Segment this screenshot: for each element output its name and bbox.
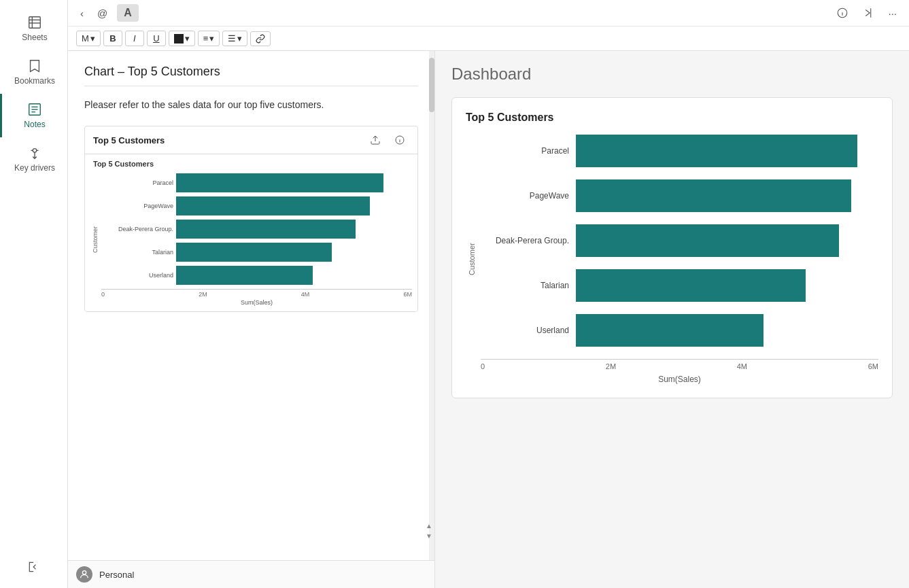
mini-bar-label: Userland	[101, 272, 176, 279]
collapse-button[interactable]	[27, 560, 41, 577]
mini-bar-label: Talarian	[101, 249, 176, 256]
mini-bar-label: PageWave	[101, 203, 176, 209]
embedded-chart-title: Top 5 Customers	[93, 135, 165, 145]
scrollbar-thumb	[429, 58, 434, 112]
dash-bar-label: Talarian	[481, 281, 576, 290]
dash-bar-track	[576, 314, 878, 347]
sidebar-item-notes[interactable]: Notes	[0, 94, 67, 137]
italic-button[interactable]: I	[125, 31, 144, 46]
dash-bar-track	[576, 269, 878, 302]
dash-bar-label: Userland	[481, 326, 576, 335]
dashboard-chart-title: Top 5 Customers	[466, 111, 878, 124]
mini-bar-row: PageWave	[101, 196, 412, 215]
mini-bar-fill	[176, 266, 313, 285]
sidebar: Sheets Bookmarks Notes Key drivers	[0, 0, 68, 588]
chart-info-button[interactable]	[390, 132, 409, 148]
color-button[interactable]: ▾	[169, 31, 195, 46]
mini-bar-track	[176, 173, 412, 192]
mini-bar-row: Talarian	[101, 243, 412, 262]
svg-point-8	[33, 149, 37, 153]
svg-point-19	[82, 571, 86, 574]
mini-bar-label: Paracel	[101, 179, 176, 186]
chart-card-actions	[366, 132, 409, 148]
next-button[interactable]	[858, 4, 878, 22]
list-button[interactable]: ☰ ▾	[222, 31, 247, 46]
dash-bar-track	[576, 179, 878, 212]
dash-bar-row: Paracel	[481, 135, 878, 167]
mini-xaxis: 0 2M 4M 6M Sum(Sales)	[101, 289, 412, 306]
dash-bar-fill	[576, 179, 851, 212]
chart-export-button[interactable]	[366, 132, 385, 148]
sidebar-item-label: Bookmarks	[14, 76, 55, 86]
mini-bar-row: Paracel	[101, 173, 412, 192]
mention-button[interactable]: @	[93, 5, 112, 22]
dash-bar-label: Deak-Perera Group.	[481, 236, 576, 245]
scroll-down-arrow[interactable]: ▼	[426, 532, 432, 540]
mini-bar-fill	[176, 173, 383, 192]
notes-area: Chart – Top 5 Customers Pleaser refer to…	[68, 51, 909, 588]
dash-bar-label: Paracel	[481, 146, 576, 156]
underline-button[interactable]: U	[147, 31, 166, 46]
sidebar-bottom	[0, 560, 67, 588]
user-name: Personal	[99, 570, 134, 580]
svg-rect-0	[29, 17, 41, 29]
mini-bar-track	[176, 196, 412, 215]
note-footer: Personal	[68, 560, 434, 588]
dash-bar-row: PageWave	[481, 179, 878, 212]
note-title: Chart – Top 5 Customers	[84, 65, 418, 86]
dashboard-chart-main: ParacelPageWaveDeak-Perera Group.Talaria…	[481, 135, 878, 384]
sidebar-item-bookmarks[interactable]: Bookmarks	[0, 50, 67, 94]
dash-bar-label: PageWave	[481, 191, 576, 201]
mini-bar-track	[176, 220, 412, 239]
note-content[interactable]: Chart – Top 5 Customers Pleaser refer to…	[68, 51, 434, 560]
dash-bar-row: Userland	[481, 314, 878, 347]
mini-bar-fill	[176, 196, 370, 215]
mini-bar-label: Deak-Perera Group.	[101, 226, 176, 232]
mini-bar-row: Deak-Perera Group.	[101, 220, 412, 239]
dash-bar-fill	[576, 314, 764, 347]
note-editor: Chart – Top 5 Customers Pleaser refer to…	[68, 51, 435, 588]
sidebar-item-label: Notes	[24, 120, 45, 129]
bold-button[interactable]: B	[103, 31, 122, 46]
more-button[interactable]: ···	[884, 5, 901, 22]
toolbar: ‹ @ A ··· M ▾	[68, 0, 909, 51]
mini-yaxis-label: Customer	[90, 173, 100, 306]
dashboard-bar-chart: Customer ParacelPageWaveDeak-Perera Grou…	[466, 135, 878, 384]
dash-bar-row: Deak-Perera Group.	[481, 224, 878, 257]
scroll-up-arrow[interactable]: ▲	[426, 522, 432, 530]
link-button[interactable]	[250, 31, 271, 46]
dash-bar-fill	[576, 224, 839, 257]
color-swatch	[174, 34, 184, 44]
toolbar-top: ‹ @ A ···	[68, 0, 909, 27]
sidebar-item-sheets[interactable]: Sheets	[0, 7, 67, 50]
align-button[interactable]: ≡ ▾	[198, 31, 220, 46]
sidebar-item-key-drivers[interactable]: Key drivers	[0, 137, 67, 181]
m-dropdown-button[interactable]: M ▾	[76, 31, 101, 46]
embedded-chart-card: Top 5 Customers	[84, 126, 418, 312]
back-button[interactable]: ‹	[76, 5, 88, 22]
toolbar-format: M ▾ B I U ▾ ≡ ▾ ☰ ▾	[68, 27, 909, 50]
dashboard-chart-card: Top 5 Customers Customer ParacelPageWave…	[451, 97, 893, 398]
dashboard-xaxis: 0 2M 4M 6M Sum(Sales)	[481, 359, 878, 384]
mini-bar-fill	[176, 220, 356, 239]
scrollbar-track[interactable]	[429, 51, 434, 560]
mini-bar-track	[176, 266, 412, 285]
mini-xaxis-label: Sum(Sales)	[101, 299, 412, 306]
scroll-arrows: ▲ ▼	[424, 522, 434, 540]
dash-bar-fill	[576, 269, 806, 302]
mini-bar-track	[176, 243, 412, 262]
user-avatar	[76, 566, 92, 583]
font-button[interactable]: A	[117, 4, 139, 22]
main-content: ‹ @ A ··· M ▾	[68, 0, 909, 588]
info-button[interactable]	[832, 4, 853, 22]
mini-chart-main: ParacelPageWaveDeak-Perera Group.Talaria…	[101, 173, 412, 306]
sheets-icon	[27, 15, 42, 30]
dash-bar-track	[576, 224, 878, 257]
chart-card-header: Top 5 Customers	[85, 126, 417, 154]
dashboard-xaxis-label: Sum(Sales)	[481, 375, 878, 384]
dash-bar-fill	[576, 135, 857, 167]
dashboard-panel: Dashboard Top 5 Customers Customer Parac…	[435, 51, 909, 588]
dash-bar-track	[576, 135, 878, 167]
dashboard-bars: ParacelPageWaveDeak-Perera Group.Talaria…	[481, 135, 878, 347]
sidebar-item-label: Sheets	[22, 33, 47, 42]
